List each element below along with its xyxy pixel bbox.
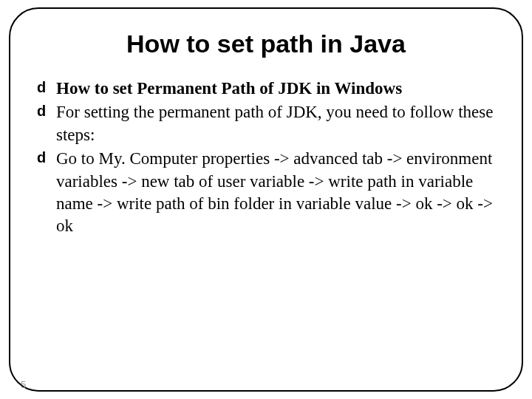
slide-title: How to set path in Java [37, 30, 495, 58]
bullet-icon: d [37, 150, 46, 165]
bullet-icon: d [37, 103, 46, 118]
bullet-icon: d [37, 80, 46, 95]
list-item-text: How to set Permanent Path of JDK in Wind… [56, 79, 402, 98]
list-item: d Go to My. Computer properties -> advan… [37, 148, 495, 237]
list-item-text: Go to My. Computer properties -> advance… [56, 149, 493, 235]
body-list: d How to set Permanent Path of JDK in Wi… [37, 78, 495, 238]
slide: How to set path in Java d How to set Per… [0, 0, 532, 399]
slide-frame: How to set path in Java d How to set Per… [9, 7, 523, 392]
list-item: d How to set Permanent Path of JDK in Wi… [37, 78, 495, 100]
page-number: 5 [21, 379, 26, 390]
list-item-text: For setting the permanent path of JDK, y… [56, 103, 494, 143]
list-item: d For setting the permanent path of JDK,… [37, 101, 495, 146]
